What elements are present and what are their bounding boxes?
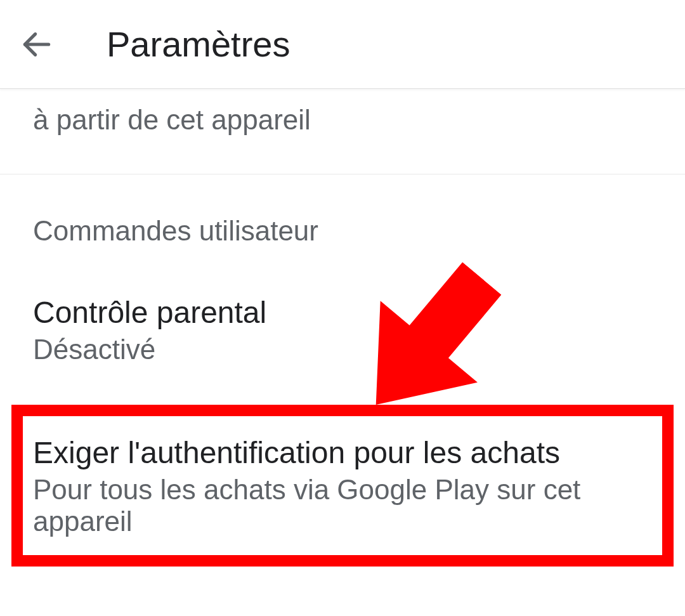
app-header: Paramètres <box>0 0 685 89</box>
content-area: à partir de cet appareil Commandes utili… <box>0 89 685 567</box>
page-title: Paramètres <box>107 23 290 65</box>
truncated-setting-subtitle: à partir de cet appareil <box>0 89 685 174</box>
section-header: Commandes utilisateur <box>33 215 652 247</box>
setting-title: Contrôle parental <box>33 295 652 330</box>
authentication-setting-highlighted[interactable]: Exiger l'authentification pour les achat… <box>11 405 674 567</box>
back-arrow-icon <box>19 27 55 62</box>
setting-title: Exiger l'authentification pour les achat… <box>33 435 652 470</box>
back-button[interactable] <box>19 27 55 62</box>
setting-subtitle: Pour tous les achats via Google Play sur… <box>33 474 652 537</box>
